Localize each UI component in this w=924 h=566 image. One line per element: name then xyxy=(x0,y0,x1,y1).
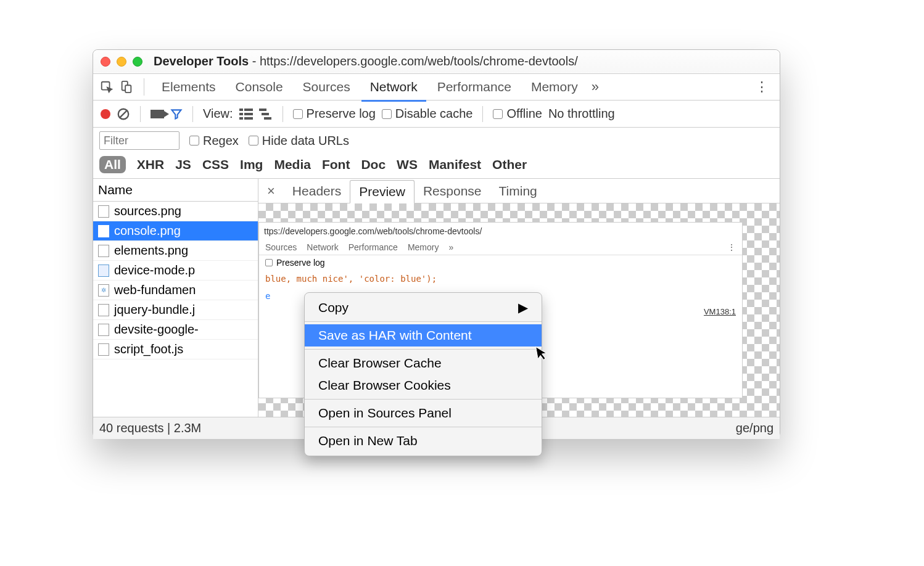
window-controls xyxy=(101,57,142,67)
regex-label: Regex xyxy=(203,134,239,148)
tab-memory[interactable]: Memory xyxy=(522,75,587,99)
inspect-icon[interactable] xyxy=(98,78,115,96)
gear-icon: ✲ xyxy=(98,284,109,297)
mini-tab: Network xyxy=(307,242,338,252)
file-icon xyxy=(98,304,109,316)
file-icon xyxy=(98,245,109,257)
offline-checkbox[interactable]: Offline xyxy=(493,107,542,121)
record-icon[interactable] xyxy=(101,109,110,119)
file-name: elements.png xyxy=(114,244,188,258)
close-window-icon[interactable] xyxy=(101,57,110,67)
file-icon xyxy=(98,324,109,336)
list-item[interactable]: ✲web-fundamen xyxy=(93,281,258,300)
svg-rect-13 xyxy=(264,117,271,120)
type-filter-manifest[interactable]: Manifest xyxy=(429,157,481,172)
ctx-divider xyxy=(305,349,542,350)
preserve-log-label: Preserve log xyxy=(307,107,376,121)
svg-rect-6 xyxy=(244,109,253,111)
view-list-icon[interactable] xyxy=(239,109,253,120)
list-item[interactable]: console.png xyxy=(93,221,258,241)
view-waterfall-icon[interactable] xyxy=(259,109,273,120)
separator xyxy=(192,106,193,122)
type-filter-doc[interactable]: Doc xyxy=(361,157,386,172)
list-item[interactable]: device-mode.p xyxy=(93,261,258,281)
type-filter-ws[interactable]: WS xyxy=(397,157,418,172)
list-item[interactable]: sources.png xyxy=(93,202,258,221)
detail-tabs: × Headers Preview Response Timing xyxy=(258,179,780,203)
zoom-window-icon[interactable] xyxy=(133,57,142,67)
ctx-copy[interactable]: Copy ▶ xyxy=(305,297,542,319)
type-filter-img[interactable]: Img xyxy=(240,157,263,172)
tab-elements[interactable]: Elements xyxy=(153,75,225,99)
file-icon xyxy=(98,265,109,277)
mini-tab: Memory xyxy=(408,242,439,252)
type-filter-font[interactable]: Font xyxy=(322,157,350,172)
separator xyxy=(140,106,141,122)
tab-network[interactable]: Network xyxy=(361,75,426,102)
name-column-header[interactable]: Name xyxy=(93,179,258,202)
svg-rect-5 xyxy=(239,109,243,111)
type-filters: All XHR JS CSS Img Media Font Doc WS Man… xyxy=(93,154,780,179)
device-toggle-icon[interactable] xyxy=(118,78,135,96)
regex-checkbox[interactable]: Regex xyxy=(189,134,239,148)
tab-console[interactable]: Console xyxy=(227,75,292,99)
disable-cache-checkbox[interactable]: Disable cache xyxy=(382,107,473,121)
svg-rect-9 xyxy=(239,117,243,120)
status-text: 40 requests | 2.3M xyxy=(99,421,201,435)
network-toolbar: View: Preserve log Disable cache Offline… xyxy=(93,100,780,128)
list-item[interactable]: elements.png xyxy=(93,241,258,261)
file-icon xyxy=(98,225,109,237)
ctx-label: Open in Sources Panel xyxy=(318,406,452,420)
separator xyxy=(482,106,483,122)
filter-input[interactable] xyxy=(99,131,179,150)
request-list-column: Name sources.png console.png elements.pn… xyxy=(93,179,258,417)
tab-performance[interactable]: Performance xyxy=(429,75,520,99)
type-filter-media[interactable]: Media xyxy=(274,157,311,172)
file-name: devsite-google- xyxy=(114,322,199,337)
mime-text: ge/png xyxy=(736,421,773,435)
type-filter-js[interactable]: JS xyxy=(175,157,191,172)
svg-rect-10 xyxy=(244,117,253,120)
detail-tab-response[interactable]: Response xyxy=(415,180,490,202)
camera-icon[interactable] xyxy=(151,110,164,118)
mini-kebab-icon: ⋮ xyxy=(727,242,736,252)
list-item[interactable]: script_foot.js xyxy=(93,340,258,359)
mini-checkbox xyxy=(265,259,273,266)
detail-tab-timing[interactable]: Timing xyxy=(490,180,546,202)
ctx-save-har[interactable]: Save as HAR with Content xyxy=(305,324,542,347)
list-item[interactable]: devsite-google- xyxy=(93,320,258,340)
preserve-log-checkbox[interactable]: Preserve log xyxy=(293,107,376,121)
file-name: console.png xyxy=(114,224,181,238)
ctx-clear-cache[interactable]: Clear Browser Cache xyxy=(305,352,542,374)
separator xyxy=(144,78,144,96)
svg-rect-8 xyxy=(244,113,253,115)
type-filter-css[interactable]: CSS xyxy=(202,157,229,172)
tabs-overflow-icon[interactable]: » xyxy=(592,79,599,95)
ctx-divider xyxy=(305,321,542,322)
mini-tab: Performance xyxy=(349,242,398,252)
ctx-open-tab[interactable]: Open in New Tab xyxy=(305,430,542,452)
kebab-menu-icon[interactable]: ⋮ xyxy=(755,79,775,95)
ctx-label: Clear Browser Cache xyxy=(318,356,442,371)
file-name: script_foot.js xyxy=(114,342,183,356)
type-filter-other[interactable]: Other xyxy=(492,157,527,172)
tab-sources[interactable]: Sources xyxy=(294,75,359,99)
list-item[interactable]: jquery-bundle.j xyxy=(93,300,258,320)
hide-data-urls-checkbox[interactable]: Hide data URLs xyxy=(249,134,349,148)
svg-rect-7 xyxy=(239,113,243,115)
close-detail-icon[interactable]: × xyxy=(258,183,284,199)
minimize-window-icon[interactable] xyxy=(117,57,126,67)
clear-icon[interactable] xyxy=(117,107,130,121)
detail-tab-headers[interactable]: Headers xyxy=(284,180,350,202)
filter-icon[interactable] xyxy=(170,108,183,120)
ctx-clear-cookies[interactable]: Clear Browser Cookies xyxy=(305,374,542,396)
type-filter-all[interactable]: All xyxy=(99,156,126,173)
throttling-select[interactable]: No throttling xyxy=(548,107,615,121)
detail-tab-preview[interactable]: Preview xyxy=(350,180,415,203)
code-text-2: e xyxy=(265,291,270,301)
type-filter-xhr[interactable]: XHR xyxy=(137,157,164,172)
ctx-label: Open in New Tab xyxy=(318,433,418,448)
svg-rect-12 xyxy=(262,113,269,115)
ctx-divider xyxy=(305,427,542,427)
ctx-open-sources[interactable]: Open in Sources Panel xyxy=(305,402,542,424)
